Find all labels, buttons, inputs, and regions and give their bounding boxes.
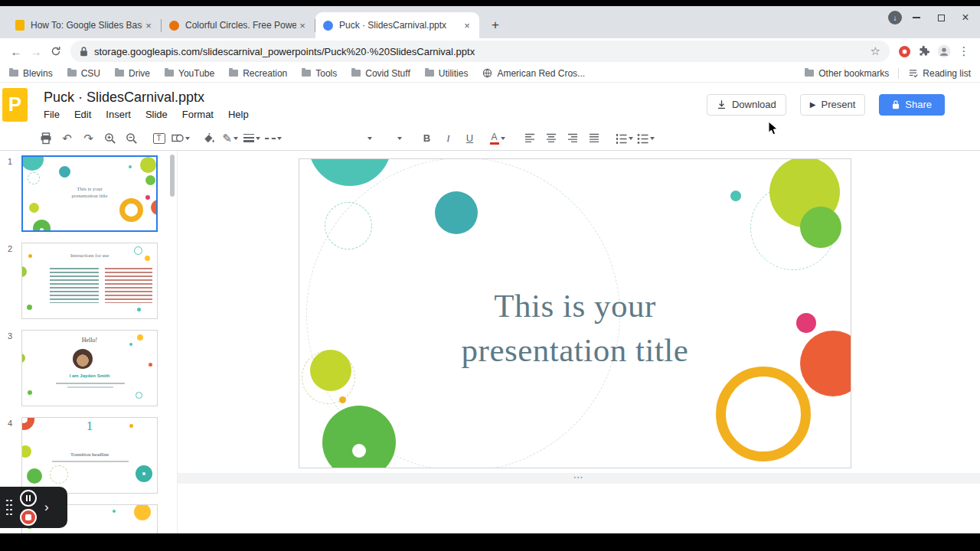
menu-help[interactable]: Help (228, 109, 249, 120)
close-tab-icon[interactable]: × (296, 19, 309, 31)
text-color-button[interactable]: A (488, 129, 506, 148)
reading-list-button[interactable]: Reading list (908, 68, 971, 79)
deco-circle (352, 444, 366, 458)
drag-handle-icon[interactable] (5, 498, 13, 517)
font-family-dropdown[interactable] (299, 131, 372, 146)
bookmark-folder[interactable]: Recreation (229, 68, 287, 79)
border-dash-button[interactable] (264, 129, 282, 148)
thumbnail-name: I am Jayden Smith (22, 373, 157, 378)
present-button[interactable]: ▶ Present (800, 94, 866, 116)
globe-icon (482, 68, 492, 78)
browser-update-icon[interactable]: ↓ (888, 11, 902, 24)
tab-puck-active[interactable]: Puck · SlidesCarnival.pptx × (315, 12, 479, 38)
slide-number: 4 (0, 417, 21, 494)
present-label: Present (821, 99, 855, 110)
deco-circle (129, 424, 133, 428)
bookmark-folder[interactable]: CSU (67, 68, 100, 79)
bookmark-label: Utilities (439, 68, 469, 79)
tab-title: Colorful Circles. Free PowerPoint (185, 20, 296, 31)
other-bookmarks-button[interactable]: Other bookmarks (805, 68, 889, 79)
undo-button[interactable]: ↶ (58, 129, 76, 148)
bookmark-link[interactable]: American Red Cros... (482, 68, 585, 79)
stop-icon (25, 514, 31, 520)
menu-edit[interactable]: Edit (74, 109, 91, 120)
align-justify-button[interactable] (585, 129, 603, 148)
close-tab-icon[interactable]: × (461, 19, 473, 31)
minimize-icon (913, 17, 920, 18)
tab-strip: How To: Google Slides Basics - G × Color… (0, 6, 980, 38)
deco-circle (435, 191, 478, 234)
font-size-dropdown[interactable] (376, 131, 402, 146)
document-title[interactable]: Puck · SlidesCarnival.pptx (44, 90, 249, 106)
zoom-out-button[interactable] (122, 129, 140, 148)
forward-button[interactable]: → (26, 41, 46, 61)
bookmark-folder[interactable]: Utilities (425, 68, 469, 79)
bookmark-star-icon[interactable]: ☆ (871, 44, 880, 58)
tab-colorful-circles[interactable]: Colorful Circles. Free PowerPoint × (162, 12, 315, 38)
slide-thumbnail-3[interactable]: Hello! I am Jayden Smith (21, 330, 158, 406)
numbered-list-button[interactable] (616, 129, 633, 148)
align-left-button[interactable] (521, 129, 538, 148)
print-icon (40, 132, 52, 145)
pause-recording-button[interactable] (20, 490, 37, 507)
profile-avatar[interactable] (934, 41, 954, 61)
bookmark-folder[interactable]: Covid Stuff (351, 68, 410, 79)
browser-menu-kebab-icon[interactable]: ⋮ (954, 41, 974, 61)
insert-shape-button[interactable] (172, 129, 190, 148)
bookmark-folder[interactable]: Drive (115, 68, 150, 79)
deco-circle (145, 256, 150, 261)
filmstrip-scrollbar[interactable] (170, 155, 175, 197)
close-tab-icon[interactable]: × (142, 19, 155, 31)
minimize-window-button[interactable] (906, 9, 926, 26)
border-weight-button[interactable] (243, 129, 260, 148)
folder-icon (302, 70, 311, 77)
slide-thumbnail-4[interactable]: 1 Transition headline (21, 417, 158, 494)
reading-list-icon (908, 68, 918, 78)
reload-button[interactable] (46, 41, 66, 61)
align-right-button[interactable] (564, 129, 581, 148)
menu-file[interactable]: File (44, 109, 60, 120)
menu-insert[interactable]: Insert (106, 109, 131, 120)
align-center-button[interactable] (542, 129, 560, 148)
border-color-button[interactable]: ✎ (221, 129, 239, 148)
bookmark-folder[interactable]: Tools (302, 68, 337, 79)
extensions-puzzle-icon[interactable] (914, 41, 934, 61)
expand-chevron-icon[interactable]: › (44, 500, 49, 515)
slide-thumbnail-2[interactable]: Instructions for use (21, 243, 158, 319)
underline-button[interactable]: U (461, 129, 479, 148)
horizontal-scrollbar[interactable]: ⋯ (178, 473, 980, 484)
deco-circle (29, 203, 39, 213)
current-slide[interactable]: This is your presentation title (299, 158, 851, 468)
deco-circle (730, 191, 741, 201)
url-field[interactable]: storage.googleapis.com/slidescarnival_po… (70, 41, 890, 62)
print-button[interactable] (37, 129, 54, 148)
tab-google-slides-basics[interactable]: How To: Google Slides Basics - G × (8, 12, 161, 38)
maximize-window-button[interactable] (931, 9, 951, 26)
notes-resize-handle[interactable]: ⋯ (573, 471, 585, 483)
share-button[interactable]: Share (879, 94, 945, 116)
new-tab-button[interactable]: + (485, 15, 505, 35)
play-icon: ▶ (810, 100, 816, 109)
text-box-icon: T (153, 133, 165, 144)
bookmark-folder[interactable]: YouTube (165, 68, 214, 79)
bulleted-list-button[interactable] (637, 129, 655, 148)
fill-color-button[interactable] (200, 129, 217, 148)
text-box-button[interactable]: T (150, 129, 168, 148)
menu-format[interactable]: Format (182, 109, 214, 120)
micro-text-block (67, 386, 113, 388)
stop-recording-button[interactable] (20, 509, 37, 526)
bold-button[interactable]: B (418, 129, 436, 148)
close-window-button[interactable]: × (956, 9, 975, 26)
filmstrip-row: 3 Hello! I am Jayden Smith (0, 330, 177, 406)
menu-slide[interactable]: Slide (145, 109, 168, 120)
recorder-extension-icon[interactable] (894, 41, 914, 61)
zoom-in-button[interactable] (101, 129, 119, 148)
slide-thumbnail-1[interactable]: This is yourpresentation title (21, 155, 158, 232)
italic-button[interactable]: I (439, 129, 457, 148)
back-button[interactable]: ← (6, 41, 26, 61)
share-label: Share (905, 99, 932, 110)
bookmark-folder[interactable]: Blevins (9, 68, 53, 79)
speaker-notes-area[interactable] (178, 484, 980, 533)
download-button[interactable]: Download (707, 94, 786, 116)
redo-button[interactable]: ↷ (80, 129, 97, 148)
